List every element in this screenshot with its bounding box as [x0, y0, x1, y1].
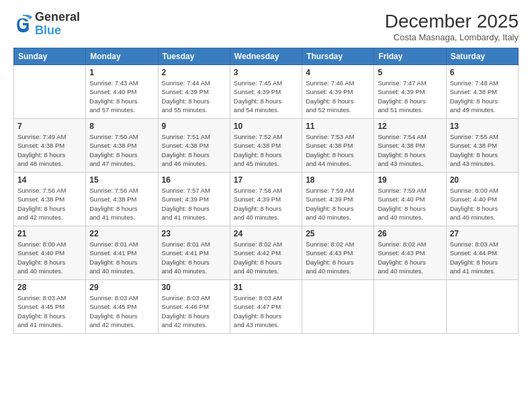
day-number: 8 — [89, 122, 154, 131]
day-number: 5 — [378, 68, 442, 77]
calendar-cell: 21Sunrise: 8:00 AMSunset: 4:40 PMDayligh… — [14, 226, 86, 280]
calendar-cell: 13Sunrise: 7:55 AMSunset: 4:38 PMDayligh… — [446, 119, 518, 173]
calendar-cell: 20Sunrise: 8:00 AMSunset: 4:40 PMDayligh… — [446, 173, 518, 226]
header: General Blue December 2025 Costa Masnaga… — [13, 11, 519, 42]
calendar-cell: 26Sunrise: 8:02 AMSunset: 4:43 PMDayligh… — [374, 226, 446, 280]
calendar-cell: 28Sunrise: 8:03 AMSunset: 4:45 PMDayligh… — [14, 280, 86, 334]
calendar-cell: 5Sunrise: 7:47 AMSunset: 4:39 PMDaylight… — [374, 65, 446, 119]
logo: General Blue — [13, 11, 80, 38]
calendar-cell: 22Sunrise: 8:01 AMSunset: 4:41 PMDayligh… — [86, 226, 158, 280]
day-number: 22 — [89, 229, 154, 238]
calendar-week-1: 1Sunrise: 7:43 AMSunset: 4:40 PMDaylight… — [14, 65, 519, 119]
day-number: 27 — [450, 229, 515, 238]
day-info: Sunrise: 7:52 AMSunset: 4:38 PMDaylight:… — [234, 132, 298, 168]
location: Costa Masnaga, Lombardy, Italy — [385, 32, 519, 42]
calendar-cell: 3Sunrise: 7:45 AMSunset: 4:39 PMDaylight… — [230, 65, 302, 119]
calendar-cell: 1Sunrise: 7:43 AMSunset: 4:40 PMDaylight… — [86, 65, 158, 119]
day-info: Sunrise: 7:58 AMSunset: 4:39 PMDaylight:… — [234, 186, 298, 222]
calendar-cell: 2Sunrise: 7:44 AMSunset: 4:39 PMDaylight… — [158, 65, 230, 119]
day-number: 28 — [17, 283, 82, 292]
day-info: Sunrise: 7:56 AMSunset: 4:38 PMDaylight:… — [89, 186, 154, 222]
day-number: 4 — [306, 68, 370, 77]
day-info: Sunrise: 8:00 AMSunset: 4:40 PMDaylight:… — [450, 186, 515, 222]
day-info: Sunrise: 8:03 AMSunset: 4:45 PMDaylight:… — [89, 293, 154, 329]
calendar-cell: 14Sunrise: 7:56 AMSunset: 4:38 PMDayligh… — [14, 173, 86, 226]
day-info: Sunrise: 7:56 AMSunset: 4:38 PMDaylight:… — [17, 186, 82, 222]
month-title: December 2025 — [385, 11, 519, 32]
calendar-cell: 18Sunrise: 7:59 AMSunset: 4:39 PMDayligh… — [302, 173, 374, 226]
day-number: 9 — [162, 122, 226, 131]
calendar-cell: 9Sunrise: 7:51 AMSunset: 4:38 PMDaylight… — [158, 119, 230, 173]
day-number: 6 — [450, 68, 515, 77]
calendar-week-2: 7Sunrise: 7:49 AMSunset: 4:38 PMDaylight… — [14, 119, 519, 173]
day-info: Sunrise: 8:03 AMSunset: 4:47 PMDaylight:… — [234, 293, 298, 329]
calendar-cell — [446, 280, 518, 334]
day-info: Sunrise: 7:47 AMSunset: 4:39 PMDaylight:… — [378, 79, 442, 114]
logo-text: General Blue — [35, 11, 80, 38]
day-number: 2 — [162, 68, 226, 77]
day-number: 18 — [306, 175, 370, 185]
col-header-sunday: Sunday — [14, 48, 86, 65]
day-info: Sunrise: 7:50 AMSunset: 4:38 PMDaylight:… — [89, 132, 154, 168]
col-header-wednesday: Wednesday — [230, 48, 302, 65]
calendar-cell: 31Sunrise: 8:03 AMSunset: 4:47 PMDayligh… — [230, 280, 302, 334]
calendar-week-3: 14Sunrise: 7:56 AMSunset: 4:38 PMDayligh… — [14, 173, 519, 226]
day-info: Sunrise: 7:44 AMSunset: 4:39 PMDaylight:… — [162, 79, 226, 114]
day-number: 12 — [378, 122, 442, 131]
day-number: 13 — [450, 122, 515, 131]
day-number: 31 — [234, 283, 298, 292]
day-number: 20 — [450, 175, 515, 185]
calendar-cell: 6Sunrise: 7:48 AMSunset: 4:38 PMDaylight… — [446, 65, 518, 119]
calendar-table: SundayMondayTuesdayWednesdayThursdayFrid… — [13, 48, 519, 334]
day-number: 1 — [89, 68, 154, 77]
day-number: 29 — [89, 283, 154, 292]
title-block: December 2025 Costa Masnaga, Lombardy, I… — [385, 11, 519, 42]
calendar-header-row: SundayMondayTuesdayWednesdayThursdayFrid… — [14, 48, 519, 65]
day-number: 30 — [162, 283, 226, 292]
day-info: Sunrise: 8:03 AMSunset: 4:44 PMDaylight:… — [450, 240, 515, 275]
day-number: 17 — [234, 175, 298, 185]
day-number: 24 — [234, 229, 298, 238]
day-number: 23 — [162, 229, 226, 238]
day-info: Sunrise: 7:57 AMSunset: 4:39 PMDaylight:… — [162, 186, 226, 222]
day-info: Sunrise: 8:02 AMSunset: 4:43 PMDaylight:… — [378, 240, 442, 275]
day-info: Sunrise: 7:48 AMSunset: 4:38 PMDaylight:… — [450, 79, 515, 114]
day-info: Sunrise: 7:59 AMSunset: 4:40 PMDaylight:… — [378, 186, 442, 222]
logo-icon — [13, 15, 32, 34]
day-number: 19 — [378, 175, 442, 185]
day-number: 14 — [17, 175, 82, 185]
day-info: Sunrise: 7:53 AMSunset: 4:38 PMDaylight:… — [306, 132, 370, 168]
day-info: Sunrise: 7:49 AMSunset: 4:38 PMDaylight:… — [17, 132, 82, 168]
calendar-cell: 19Sunrise: 7:59 AMSunset: 4:40 PMDayligh… — [374, 173, 446, 226]
page: General Blue December 2025 Costa Masnaga… — [0, 0, 532, 411]
day-number: 26 — [378, 229, 442, 238]
day-number: 15 — [89, 175, 154, 185]
col-header-tuesday: Tuesday — [158, 48, 230, 65]
logo-line1: General — [35, 11, 80, 24]
calendar-cell: 16Sunrise: 7:57 AMSunset: 4:39 PMDayligh… — [158, 173, 230, 226]
calendar-week-5: 28Sunrise: 8:03 AMSunset: 4:45 PMDayligh… — [14, 280, 519, 334]
calendar-cell — [374, 280, 446, 334]
day-info: Sunrise: 8:02 AMSunset: 4:43 PMDaylight:… — [306, 240, 370, 275]
calendar-cell: 15Sunrise: 7:56 AMSunset: 4:38 PMDayligh… — [86, 173, 158, 226]
day-number: 11 — [306, 122, 370, 131]
day-number: 21 — [17, 229, 82, 238]
calendar-week-4: 21Sunrise: 8:00 AMSunset: 4:40 PMDayligh… — [14, 226, 519, 280]
day-number: 10 — [234, 122, 298, 131]
day-info: Sunrise: 7:45 AMSunset: 4:39 PMDaylight:… — [234, 79, 298, 114]
day-number: 16 — [162, 175, 226, 185]
day-info: Sunrise: 7:43 AMSunset: 4:40 PMDaylight:… — [89, 79, 154, 114]
day-info: Sunrise: 8:03 AMSunset: 4:46 PMDaylight:… — [162, 293, 226, 329]
day-info: Sunrise: 7:59 AMSunset: 4:39 PMDaylight:… — [306, 186, 370, 222]
day-info: Sunrise: 8:01 AMSunset: 4:41 PMDaylight:… — [162, 240, 226, 275]
day-number: 3 — [234, 68, 298, 77]
calendar-cell: 10Sunrise: 7:52 AMSunset: 4:38 PMDayligh… — [230, 119, 302, 173]
calendar-cell: 25Sunrise: 8:02 AMSunset: 4:43 PMDayligh… — [302, 226, 374, 280]
col-header-thursday: Thursday — [302, 48, 374, 65]
calendar-cell: 4Sunrise: 7:46 AMSunset: 4:39 PMDaylight… — [302, 65, 374, 119]
col-header-friday: Friday — [374, 48, 446, 65]
calendar-cell: 23Sunrise: 8:01 AMSunset: 4:41 PMDayligh… — [158, 226, 230, 280]
calendar-cell: 29Sunrise: 8:03 AMSunset: 4:45 PMDayligh… — [86, 280, 158, 334]
logo-line2: Blue — [35, 24, 80, 38]
calendar-cell: 27Sunrise: 8:03 AMSunset: 4:44 PMDayligh… — [446, 226, 518, 280]
